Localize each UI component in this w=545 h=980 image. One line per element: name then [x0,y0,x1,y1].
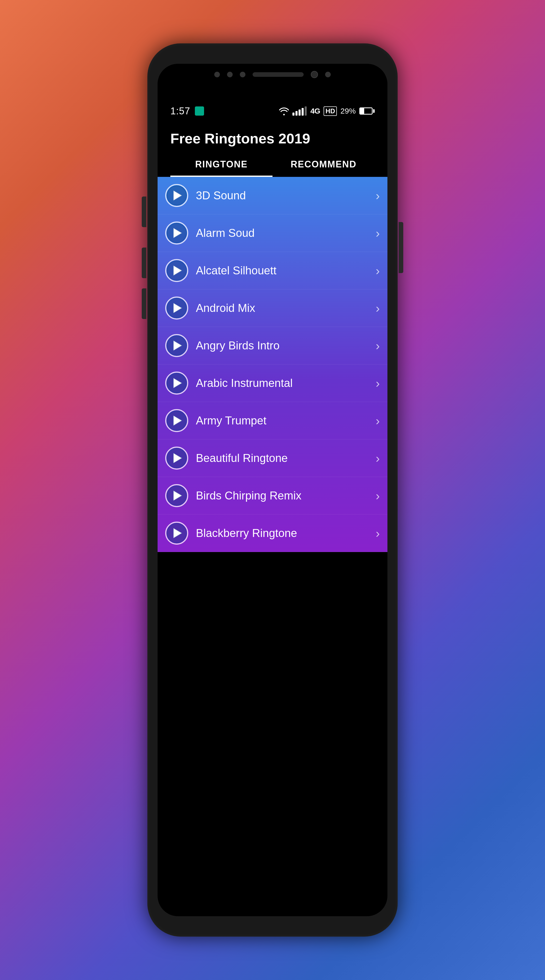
list-item[interactable]: Angry Birds Intro › [158,327,387,364]
list-item[interactable]: Beautiful Ringtone › [158,439,387,477]
list-item[interactable]: Alcatel Silhouett › [158,252,387,290]
play-triangle-icon [174,379,181,388]
status-right: 4G HD 29% [279,107,374,116]
chevron-right-icon: › [376,226,380,240]
chevron-right-icon: › [376,414,380,428]
ringtone-name: Birds Chirping Remix [196,489,373,502]
play-triangle-icon [174,416,181,425]
phone-top-bar [158,64,387,100]
tab-recommend[interactable]: RECOMMEND [272,152,374,177]
phone-outer: 1:57 [147,43,398,937]
ringtone-name: Alcatel Silhouett [196,264,373,277]
tab-ringtone[interactable]: RINGTONE [171,152,272,177]
battery-icon [359,107,374,115]
ringtone-name: Army Trumpet [196,414,373,427]
phone-screen: 1:57 [158,64,387,916]
speaker-bar [253,72,304,77]
ringtone-name: Alarm Soud [196,227,373,239]
ringtone-name: Angry Birds Intro [196,339,373,352]
play-triangle-icon [174,491,181,500]
chevron-right-icon: › [376,264,380,278]
chevron-right-icon: › [376,301,380,315]
play-button[interactable] [165,409,188,432]
play-triangle-icon [174,304,181,313]
chevron-right-icon: › [376,339,380,353]
camera-dot [311,71,318,78]
play-triangle-icon [174,528,181,538]
play-button[interactable] [165,334,188,357]
battery-percentage: 29% [340,107,356,115]
play-triangle-icon [174,453,181,463]
play-triangle-icon [174,228,181,238]
chevron-right-icon: › [376,189,380,203]
chevron-right-icon: › [376,489,380,503]
signal-icon [292,107,307,116]
play-button[interactable] [165,484,188,507]
play-button[interactable] [165,522,188,545]
dot-right2 [325,72,331,77]
ringtone-name: 3D Sound [196,189,373,202]
list-item[interactable]: 3D Sound › [158,177,387,215]
speaker-area [214,71,331,78]
list-item[interactable]: Blackberry Ringtone › [158,514,387,552]
status-time: 1:57 [171,106,190,117]
list-item[interactable]: Birds Chirping Remix › [158,477,387,514]
chevron-right-icon: › [376,451,380,465]
chevron-right-icon: › [376,376,380,390]
list-item[interactable]: Arabic Instrumental › [158,364,387,402]
tab-bar: RINGTONE RECOMMEND [171,152,374,177]
app-content: Free Ringtones 2019 RINGTONE RECOMMEND [158,123,387,552]
play-triangle-icon [174,341,181,350]
wifi-icon [279,107,289,116]
app-title: Free Ringtones 2019 [171,130,374,152]
play-button[interactable] [165,447,188,469]
status-icon-green [195,107,204,116]
ringtone-name: Arabic Instrumental [196,377,373,390]
ringtone-name: Android Mix [196,302,373,314]
chevron-right-icon: › [376,526,380,540]
hd-badge: HD [323,107,337,116]
dot-left [214,72,220,77]
play-button[interactable] [165,259,188,282]
status-bar: 1:57 [158,100,387,123]
play-button[interactable] [165,184,188,207]
lte-badge: 4G [310,107,320,115]
dot-left2 [227,72,233,77]
ringtone-list: 3D Sound › Alarm Soud › [158,177,387,552]
app-header: Free Ringtones 2019 RINGTONE RECOMMEND [158,123,387,177]
ringtone-name: Beautiful Ringtone [196,452,373,465]
play-button[interactable] [165,297,188,320]
play-triangle-icon [174,191,181,200]
play-triangle-icon [174,266,181,275]
list-item[interactable]: Android Mix › [158,290,387,327]
list-item[interactable]: Alarm Soud › [158,215,387,252]
play-button[interactable] [165,221,188,245]
list-item[interactable]: Army Trumpet › [158,402,387,439]
dot-left3 [240,72,245,77]
phone-container: 1:57 [147,43,398,937]
play-button[interactable] [165,372,188,395]
ringtone-name: Blackberry Ringtone [196,527,373,539]
